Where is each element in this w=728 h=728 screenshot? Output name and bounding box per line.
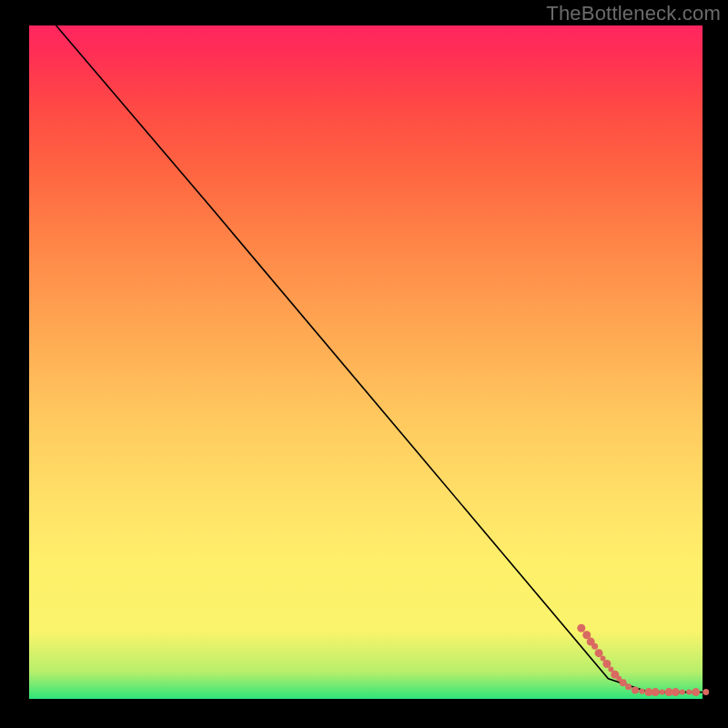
chart-line	[56, 25, 703, 693]
chart-svg	[29, 25, 703, 699]
scatter-point	[577, 624, 585, 632]
scatter-point	[592, 643, 598, 650]
scatter-point	[625, 683, 632, 690]
watermark-text: TheBottleneck.com	[546, 2, 721, 25]
scatter-point	[620, 679, 627, 686]
scatter-point	[703, 689, 709, 695]
plot-area	[29, 25, 703, 699]
scatter-point	[652, 688, 660, 696]
scatter-point	[686, 690, 692, 695]
scatter-point	[595, 649, 603, 657]
chart-frame: TheBottleneck.com	[0, 0, 728, 728]
scatter-point	[660, 690, 665, 695]
scatter-point	[672, 688, 680, 696]
scatter-point	[639, 689, 644, 694]
scatter-point	[632, 686, 639, 693]
scatter-point	[692, 688, 700, 696]
scatter-point	[602, 660, 611, 668]
scatter-point	[680, 690, 685, 695]
